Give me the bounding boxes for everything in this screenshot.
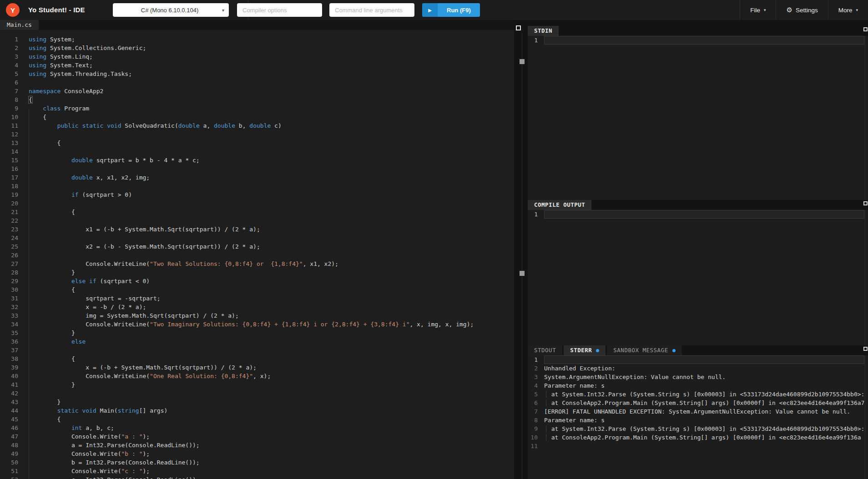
stderr-line[interactable]: 4Parameter name: s bbox=[528, 381, 868, 390]
line-number: 4 bbox=[0, 61, 18, 70]
code-line[interactable]: 51 Console.Write("c : "); bbox=[0, 467, 514, 475]
stderr-line[interactable]: 10 at ConsoleApp2.Program.Main (System.S… bbox=[528, 433, 868, 442]
code-line[interactable]: 31 sqrtpart = -sqrtpart; bbox=[0, 294, 514, 303]
code-line[interactable]: 36 else bbox=[0, 337, 514, 346]
line-number: 1 bbox=[528, 36, 538, 45]
code-line[interactable]: 10 { bbox=[0, 113, 514, 121]
stderr-line[interactable]: 7[ERROR] FATAL UNHANDLED EXCEPTION: Syst… bbox=[528, 407, 868, 416]
stderr-line[interactable]: 6 at ConsoleApp2.Program.Main (System.St… bbox=[528, 399, 868, 407]
stderr-text: at System.Int32.Parse (System.String s) … bbox=[544, 424, 864, 433]
expand-icon[interactable] bbox=[863, 347, 868, 351]
code-line[interactable]: 49 Console.Write("b : "); bbox=[0, 449, 514, 458]
code-line[interactable]: 18 bbox=[0, 182, 514, 190]
code-line[interactable]: 2using System.Collections.Generic; bbox=[0, 44, 514, 52]
code-line[interactable]: 12 bbox=[0, 130, 514, 139]
code-line[interactable]: 34 Console.WriteLine("Two Imaginary Solu… bbox=[0, 320, 514, 329]
compiler-options-input[interactable] bbox=[237, 3, 322, 17]
indent-guide bbox=[546, 399, 546, 406]
code-line[interactable]: 47 Console.Write("a : "); bbox=[0, 432, 514, 441]
more-menu[interactable]: More ▾ bbox=[828, 0, 868, 20]
file-menu[interactable]: File ▾ bbox=[740, 0, 776, 20]
compile-output-view[interactable]: 1 bbox=[528, 210, 868, 345]
stderr-line[interactable]: 2Unhandled Exception: bbox=[528, 364, 868, 373]
code-line[interactable]: 32 x = -b / (2 * a); bbox=[0, 303, 514, 311]
code-line[interactable]: 37 bbox=[0, 346, 514, 354]
code-line[interactable]: 24 bbox=[0, 234, 514, 242]
code-line[interactable]: 28 } bbox=[0, 268, 514, 277]
code-line[interactable]: 6 bbox=[0, 78, 514, 87]
code-line[interactable]: 13 { bbox=[0, 139, 514, 147]
code-line[interactable]: 21 { bbox=[0, 208, 514, 216]
code-line[interactable]: 25 x2 = (-b - System.Math.Sqrt(sqrtpart)… bbox=[0, 242, 514, 251]
stdin-line[interactable]: 1 bbox=[528, 36, 868, 45]
code-line[interactable]: 40 Console.WriteLine("One Real Solution:… bbox=[0, 372, 514, 380]
stderr-line[interactable]: 11 bbox=[528, 442, 868, 450]
code-line[interactable]: 50 b = Int32.Parse(Console.ReadLine()); bbox=[0, 458, 514, 467]
code-line[interactable]: 48 a = Int32.Parse(Console.ReadLine()); bbox=[0, 441, 514, 449]
code-line[interactable]: 15 double sqrtpart = b * b - 4 * a * c; bbox=[0, 156, 514, 165]
code-line[interactable]: 1using System; bbox=[0, 35, 514, 44]
stdin-editor[interactable]: 1 bbox=[528, 36, 868, 200]
code-line[interactable]: 11 public static void SolveQuadratic(dou… bbox=[0, 121, 514, 130]
stderr-line[interactable]: 5 at System.Int32.Parse (System.String s… bbox=[528, 390, 868, 399]
code-line[interactable]: 27 Console.WriteLine("Two Real Solutions… bbox=[0, 259, 514, 268]
code-line[interactable]: 5using System.Threading.Tasks; bbox=[0, 70, 514, 78]
code-line[interactable]: 8{ bbox=[0, 95, 514, 104]
code-text: Console.Write("b : "); bbox=[18, 449, 514, 458]
code-line[interactable]: 19 if (sqrtpart > 0) bbox=[0, 190, 514, 199]
stderr-line[interactable]: 9 at System.Int32.Parse (System.String s… bbox=[528, 424, 868, 433]
stderr-view[interactable]: 12Unhandled Exception:3System.ArgumentNu… bbox=[528, 355, 868, 479]
code-line[interactable]: 33 img = System.Math.Sqrt(sqrtpart) / (2… bbox=[0, 311, 514, 320]
code-line[interactable]: 17 double x, x1, x2, img; bbox=[0, 173, 514, 182]
code-line[interactable]: 38 { bbox=[0, 354, 514, 363]
code-line[interactable]: 41 } bbox=[0, 380, 514, 389]
code-line[interactable]: 22 bbox=[0, 216, 514, 225]
tab-stdin[interactable]: STDIN bbox=[528, 26, 559, 36]
panel-splitter[interactable] bbox=[514, 20, 528, 479]
settings-button[interactable]: ⚙ Settings bbox=[776, 0, 828, 20]
code-text bbox=[18, 251, 514, 259]
code-line[interactable]: 30 { bbox=[0, 285, 514, 294]
code-line[interactable]: 26 bbox=[0, 251, 514, 259]
app-logo[interactable]: Y bbox=[6, 3, 20, 17]
code-line[interactable]: 7namespace ConsoleApp2 bbox=[0, 87, 514, 95]
stderr-line[interactable]: 3System.ArgumentNullException: Value can… bbox=[528, 373, 868, 381]
editor-body[interactable]: 1using System;2using System.Collections.… bbox=[0, 30, 514, 479]
compile-output-line[interactable]: 1 bbox=[528, 210, 868, 219]
splitter-handle[interactable] bbox=[520, 59, 525, 64]
indent-guide bbox=[546, 434, 546, 441]
expand-icon[interactable] bbox=[863, 201, 868, 205]
code-line[interactable]: 3using System.Linq; bbox=[0, 52, 514, 61]
code-line[interactable]: 14 bbox=[0, 147, 514, 156]
code-line[interactable]: 46 int a, b, c; bbox=[0, 424, 514, 432]
tab-compile-output[interactable]: COMPILE OUTPUT bbox=[528, 200, 591, 210]
splitter-handle[interactable] bbox=[520, 271, 525, 276]
code-text bbox=[18, 199, 514, 208]
code-line[interactable]: 43 } bbox=[0, 398, 514, 406]
code-text bbox=[18, 389, 514, 398]
tab-main-cs[interactable]: Main.cs bbox=[0, 20, 39, 30]
expand-icon[interactable] bbox=[516, 25, 521, 30]
tab-stderr[interactable]: STDERR bbox=[564, 345, 606, 355]
indent-guide bbox=[29, 109, 29, 479]
tab-stdout[interactable]: STDOUT bbox=[528, 345, 562, 355]
code-line[interactable]: 9 class Program bbox=[0, 104, 514, 113]
code-line[interactable]: 52 c = Int32.Parse(Console.ReadLine()); bbox=[0, 475, 514, 479]
code-line[interactable]: 45 { bbox=[0, 415, 514, 424]
language-select[interactable]: C# (Mono 6.10.0.104) ▾ bbox=[113, 3, 229, 17]
code-line[interactable]: 42 bbox=[0, 389, 514, 398]
code-line[interactable]: 35 } bbox=[0, 329, 514, 337]
code-line[interactable]: 39 x = (-b + System.Math.Sqrt(sqrtpart))… bbox=[0, 363, 514, 372]
code-line[interactable]: 29 else if (sqrtpart < 0) bbox=[0, 277, 514, 285]
command-args-input[interactable] bbox=[329, 3, 414, 17]
run-button[interactable]: ▶ Run (F9) bbox=[422, 3, 480, 17]
code-line[interactable]: 44 static void Main(string[] args) bbox=[0, 406, 514, 415]
code-line[interactable]: 4using System.Text; bbox=[0, 61, 514, 70]
expand-icon[interactable] bbox=[863, 27, 868, 31]
code-line[interactable]: 23 x1 = (-b + System.Math.Sqrt(sqrtpart)… bbox=[0, 225, 514, 234]
code-line[interactable]: 20 bbox=[0, 199, 514, 208]
code-line[interactable]: 16 bbox=[0, 165, 514, 173]
stderr-line[interactable]: 8Parameter name: s bbox=[528, 416, 868, 424]
stderr-line[interactable]: 1 bbox=[528, 355, 868, 364]
tab-sandbox-message[interactable]: SANDBOX MESSAGE bbox=[607, 345, 681, 355]
